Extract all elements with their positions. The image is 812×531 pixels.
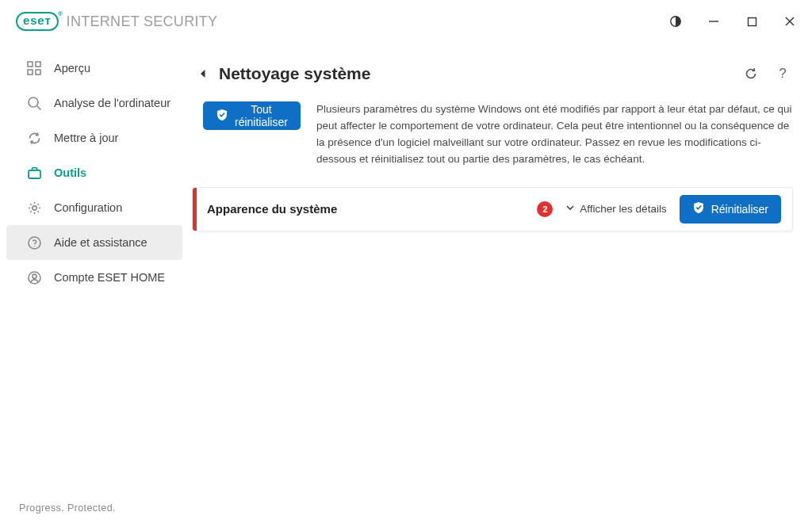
contrast-icon[interactable]	[660, 7, 691, 36]
svg-line-4	[786, 17, 794, 25]
setting-card-system-appearance: Apparence du système 2 Afficher les déta…	[192, 187, 793, 231]
shield-icon	[692, 201, 705, 216]
sidebar-item-label: Mettre à jour	[54, 132, 118, 144]
refresh-icon	[25, 129, 43, 147]
svg-rect-2	[748, 17, 756, 25]
maximize-button[interactable]	[736, 7, 768, 36]
window-controls	[660, 7, 806, 36]
reset-card-button[interactable]: Réinitialiser	[680, 195, 781, 223]
svg-point-13	[29, 237, 40, 249]
svg-point-12	[32, 205, 36, 209]
main-panel: Nettoyage système ? Tout réinitialiser P…	[189, 43, 812, 531]
svg-rect-7	[28, 70, 33, 74]
svg-point-16	[32, 274, 36, 278]
sidebar-item-tools[interactable]: Outils	[6, 155, 182, 190]
titlebar: eseт® INTERNET SECURITY	[0, 0, 812, 43]
sidebar-item-configuration[interactable]: Configuration	[6, 190, 182, 225]
reload-icon[interactable]	[741, 63, 761, 84]
help-page-icon[interactable]: ?	[772, 63, 793, 84]
page-description: Plusieurs paramètres du système Windows …	[316, 101, 793, 168]
sidebar-item-label: Outils	[54, 166, 86, 179]
sidebar-item-label: Configuration	[54, 201, 122, 214]
sidebar-item-update[interactable]: Mettre à jour	[6, 120, 182, 155]
eset-logo: eseт®	[16, 12, 59, 31]
show-details-toggle[interactable]: Afficher les détails	[565, 203, 666, 215]
brand: eseт® INTERNET SECURITY	[16, 12, 217, 31]
footer-tagline: Progress. Protected.	[0, 502, 189, 531]
back-button[interactable]	[192, 63, 214, 85]
sidebar: Aperçu Analyse de l'ordinateur Mettre à …	[0, 43, 189, 531]
page-title: Nettoyage système	[219, 64, 370, 83]
svg-point-14	[33, 245, 34, 246]
svg-line-3	[786, 17, 794, 25]
sidebar-item-label: Aperçu	[54, 62, 90, 74]
svg-rect-5	[28, 62, 33, 67]
issue-count-badge: 2	[537, 201, 553, 217]
help-icon	[25, 234, 43, 251]
sidebar-item-label: Aide et assistance	[54, 236, 147, 249]
briefcase-icon	[25, 164, 43, 181]
svg-point-9	[29, 97, 38, 107]
sidebar-item-scan[interactable]: Analyse de l'ordinateur	[6, 86, 182, 120]
sidebar-item-overview[interactable]: Aperçu	[6, 51, 182, 86]
page-header: Nettoyage système ?	[189, 51, 793, 97]
dashboard-icon	[25, 59, 43, 77]
details-label: Afficher les détails	[580, 203, 666, 215]
user-icon	[25, 269, 43, 286]
svg-line-10	[37, 106, 41, 110]
search-icon	[25, 94, 43, 112]
gear-icon	[25, 199, 43, 216]
sidebar-item-label: Compte ESET HOME	[54, 271, 165, 284]
reset-all-label: Tout réinitialiser	[235, 103, 288, 128]
product-name: INTERNET SECURITY	[67, 13, 218, 30]
svg-point-0	[671, 17, 680, 26]
chevron-down-icon	[565, 203, 575, 215]
reset-all-button[interactable]: Tout réinitialiser	[203, 101, 301, 130]
shield-icon	[216, 109, 228, 124]
minimize-button[interactable]	[698, 7, 730, 36]
svg-rect-6	[36, 62, 40, 67]
card-title: Apparence du système	[193, 202, 337, 216]
close-button[interactable]	[774, 7, 806, 36]
svg-rect-8	[36, 70, 40, 74]
reset-card-label: Réinitialiser	[711, 203, 768, 216]
sidebar-item-account[interactable]: Compte ESET HOME	[6, 260, 182, 295]
sidebar-item-label: Analyse de l'ordinateur	[54, 97, 170, 109]
sidebar-item-help[interactable]: Aide et assistance	[6, 225, 182, 260]
svg-rect-11	[29, 170, 40, 178]
